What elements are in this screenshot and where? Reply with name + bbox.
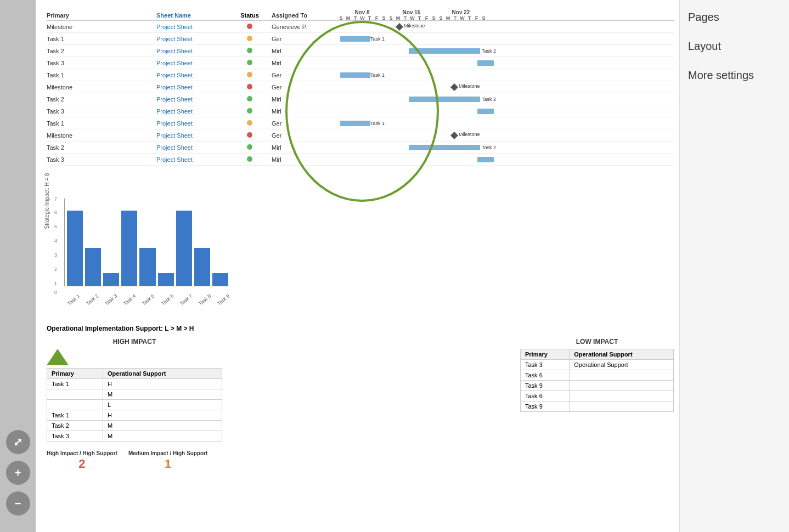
- gantt-day: F: [423, 15, 430, 21]
- list-item: Task 3 M: [47, 431, 222, 442]
- gantt-day: T: [452, 15, 459, 21]
- row-sheet-link[interactable]: Project Sheet: [156, 48, 228, 54]
- gantt-day: W: [459, 15, 466, 21]
- x-label: Task 7: [179, 293, 193, 306]
- row-primary: Task 1: [47, 36, 156, 42]
- chart-section: Strategic Impact: H = 6 7 6 5 4 3 2 1 0: [47, 182, 674, 314]
- row-sheet-link[interactable]: Project Sheet: [156, 36, 228, 42]
- row-sheet-link[interactable]: Project Sheet: [156, 156, 228, 163]
- high-high-label: High Impact / High Support: [47, 450, 117, 457]
- list-item: Task 3 Operational Support: [521, 360, 674, 370]
- gantt-day: T: [416, 15, 423, 21]
- row-primary: Milestone: [47, 132, 156, 139]
- li-row-primary: Task 9: [521, 401, 570, 412]
- hi-col-support: Operational Support: [103, 369, 222, 379]
- row-sheet-link[interactable]: Project Sheet: [156, 132, 228, 139]
- table-row: Task 3 Project Sheet Mirl: [47, 57, 674, 69]
- x-labels: Task 1 Task 2 Task 3 Task 4 Task 5: [64, 301, 230, 308]
- row-sheet-link[interactable]: Project Sheet: [156, 108, 228, 115]
- hi-row-primary: Task 1: [47, 379, 103, 389]
- row-status: [228, 144, 272, 151]
- row-primary: Milestone: [47, 84, 156, 90]
- row-sheet-link[interactable]: Project Sheet: [156, 144, 228, 151]
- row-primary: Task 2: [47, 96, 156, 103]
- y-tick-7: 7: [54, 196, 57, 202]
- row-gantt: Task 2: [337, 93, 674, 105]
- table-row: Task 1 Project Sheet Ger Task 1: [47, 33, 674, 45]
- med-high-summary: Medium Impact / High Support 1: [128, 450, 207, 471]
- row-status: [228, 72, 272, 78]
- high-impact-table: Primary Operational Support Task 1 H M: [47, 368, 222, 442]
- gantt-day: M: [345, 15, 352, 21]
- row-sheet-link[interactable]: Project Sheet: [156, 96, 228, 103]
- row-primary: Task 1: [47, 120, 156, 127]
- x-label: Task 5: [141, 293, 155, 306]
- table-row: Task 1 Project Sheet Ger Task 1: [47, 69, 674, 81]
- row-sheet-link[interactable]: Project Sheet: [156, 120, 228, 127]
- zoom-in-button[interactable]: +: [6, 461, 30, 485]
- row-gantt: Milestone: [337, 21, 674, 33]
- row-assigned: Mirl: [272, 60, 337, 66]
- list-item: L: [47, 400, 222, 410]
- low-impact-title: LOW IMPACT: [520, 338, 674, 346]
- row-assigned: Mirl: [272, 96, 337, 103]
- table-row: Milestone Project Sheet Genevieve P. Mil…: [47, 21, 674, 33]
- med-high-label: Medium Impact / High Support: [128, 450, 207, 457]
- green-arrow-icon: [47, 349, 69, 365]
- gantt-header-area: Nov 8 Nov 15 Nov 22 S M T W T F S S M: [337, 9, 674, 21]
- x-label: Task 9: [216, 293, 230, 306]
- bar-task6: [158, 199, 174, 286]
- gantt-day: M: [444, 15, 452, 21]
- row-assigned: Mirl: [272, 108, 337, 115]
- bar-rect: [194, 248, 210, 286]
- row-sheet-link[interactable]: Project Sheet: [156, 60, 228, 66]
- gantt-day: F: [473, 15, 480, 21]
- y-tick-0: 0: [54, 290, 57, 295]
- bar-rect: [67, 211, 83, 286]
- row-gantt: Task 1: [337, 117, 674, 129]
- row-sheet-link[interactable]: Project Sheet: [156, 72, 228, 78]
- gantt-day: S: [337, 15, 345, 21]
- sidebar-item-pages[interactable]: Pages: [688, 11, 781, 24]
- li-col-primary: Primary: [521, 349, 570, 360]
- list-item: Task 6: [521, 391, 674, 401]
- bar-task2: [85, 199, 101, 286]
- row-assigned: Mirl: [272, 48, 337, 54]
- sidebar-item-more-settings[interactable]: More settings: [688, 69, 781, 82]
- impact-section: HIGH IMPACT Primary Operational Support …: [47, 338, 674, 442]
- hi-row-primary: [47, 389, 103, 400]
- hi-row-support: M: [103, 389, 222, 400]
- expand-icon: ⤢: [13, 435, 22, 449]
- table-row: Task 1 Project Sheet Ger Task 1: [47, 117, 674, 129]
- bar-task7: [176, 199, 192, 286]
- li-row-support: [570, 391, 674, 401]
- hi-row-support: H: [103, 379, 222, 389]
- row-gantt: Milestone: [337, 81, 674, 93]
- table-row: Milestone Project Sheet Ger Milestone: [47, 129, 674, 142]
- li-row-support: [570, 370, 674, 381]
- bar-rect: [85, 248, 101, 286]
- row-sheet-link[interactable]: Project Sheet: [156, 24, 228, 30]
- gantt-week-nov15: Nov 15: [387, 9, 436, 15]
- y-tick-6: 6: [54, 210, 57, 215]
- li-row-primary: Task 6: [521, 370, 570, 381]
- sidebar-item-layout[interactable]: Layout: [688, 40, 781, 53]
- x-label: Task 4: [122, 293, 137, 306]
- table-row: Task 2 Project Sheet Mirl Task 2: [47, 93, 674, 105]
- row-status: [228, 36, 272, 42]
- row-status: [228, 132, 272, 139]
- y-tick-4: 4: [54, 238, 57, 244]
- hi-row-primary: [47, 400, 103, 410]
- row-assigned: Ger: [272, 84, 337, 90]
- zoom-out-button[interactable]: −: [6, 491, 30, 516]
- y-tick-5: 5: [54, 224, 57, 229]
- hi-col-primary: Primary: [47, 369, 103, 379]
- expand-button[interactable]: ⤢: [6, 430, 30, 454]
- list-item: Task 6: [521, 370, 674, 381]
- row-sheet-link[interactable]: Project Sheet: [156, 84, 228, 90]
- li-row-primary: Task 3: [521, 360, 570, 370]
- row-assigned: Genevieve P.: [272, 24, 337, 30]
- low-impact-table: Primary Operational Support Task 3 Opera…: [520, 349, 674, 412]
- bottom-summary: High Impact / High Support 2 Medium Impa…: [47, 450, 674, 471]
- li-row-primary: Task 9: [521, 381, 570, 391]
